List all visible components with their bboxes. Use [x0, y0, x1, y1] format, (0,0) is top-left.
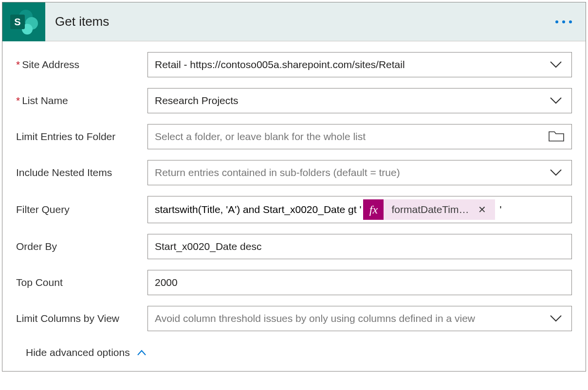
- label-site-address: Site Address: [16, 59, 147, 71]
- filter-query-text-suffix: ': [500, 204, 502, 215]
- list-name-dropdown[interactable]: Research Projects: [147, 88, 572, 113]
- include-nested-dropdown[interactable]: Return entries contained in sub-folders …: [147, 160, 572, 185]
- list-name-value: Research Projects: [155, 95, 543, 106]
- row-top-count: Top Count 2000: [16, 270, 572, 295]
- label-top-count: Top Count: [16, 277, 147, 288]
- chevron-down-icon: [547, 169, 565, 177]
- include-nested-placeholder: Return entries contained in sub-folders …: [155, 167, 543, 178]
- token-remove-button[interactable]: ✕: [476, 204, 488, 215]
- limit-columns-dropdown[interactable]: Avoid column threshold issues by only us…: [147, 306, 572, 331]
- chevron-up-icon: [137, 347, 147, 358]
- card-title: Get items: [55, 14, 109, 29]
- chevron-down-icon: [547, 97, 565, 105]
- more-menu-button[interactable]: [555, 20, 572, 23]
- fx-icon: fx: [363, 199, 384, 220]
- label-include-nested: Include Nested Items: [16, 167, 147, 178]
- action-card: S Get items Site Address Retail - https:…: [2, 2, 586, 372]
- limit-folder-input[interactable]: Select a folder, or leave blank for the …: [147, 124, 572, 149]
- order-by-value: Start_x0020_Date desc: [155, 241, 565, 252]
- label-order-by: Order By: [16, 241, 147, 252]
- top-count-value: 2000: [155, 277, 565, 288]
- chevron-down-icon: [547, 315, 565, 322]
- label-limit-columns: Limit Columns by View: [16, 313, 147, 324]
- sharepoint-icon: S: [2, 2, 45, 41]
- chevron-down-icon: [547, 61, 565, 69]
- row-include-nested: Include Nested Items Return entries cont…: [16, 160, 572, 185]
- label-limit-folder: Limit Entries to Folder: [16, 131, 147, 142]
- label-list-name: List Name: [16, 95, 147, 106]
- advanced-toggle-label: Hide advanced options: [26, 347, 130, 358]
- card-header[interactable]: S Get items: [2, 2, 586, 41]
- row-list-name: List Name Research Projects: [16, 88, 572, 113]
- row-site-address: Site Address Retail - https://contoso005…: [16, 52, 572, 77]
- hide-advanced-options-toggle[interactable]: Hide advanced options: [26, 347, 572, 358]
- order-by-input[interactable]: Start_x0020_Date desc: [147, 234, 572, 259]
- filter-query-input[interactable]: startswith(Title, 'A') and Start_x0020_D…: [147, 196, 572, 223]
- row-order-by: Order By Start_x0020_Date desc: [16, 234, 572, 259]
- row-limit-columns: Limit Columns by View Avoid column thres…: [16, 306, 572, 331]
- row-filter-query: Filter Query startswith(Title, 'A') and …: [16, 196, 572, 223]
- top-count-input[interactable]: 2000: [147, 270, 572, 295]
- expression-token[interactable]: fx formatDateTim… ✕: [363, 199, 495, 220]
- limit-folder-placeholder: Select a folder, or leave blank for the …: [155, 131, 548, 142]
- limit-columns-placeholder: Avoid column threshold issues by only us…: [155, 313, 543, 324]
- site-address-dropdown[interactable]: Retail - https://contoso005a.sharepoint.…: [147, 52, 572, 77]
- svg-text:S: S: [14, 17, 20, 27]
- folder-picker-icon[interactable]: [548, 129, 565, 144]
- filter-query-text-prefix: startswith(Title, 'A') and Start_x0020_D…: [155, 204, 361, 215]
- expression-token-label: formatDateTim…: [391, 204, 469, 215]
- label-filter-query: Filter Query: [16, 204, 147, 215]
- row-limit-folder: Limit Entries to Folder Select a folder,…: [16, 124, 572, 149]
- site-address-value: Retail - https://contoso005a.sharepoint.…: [155, 59, 543, 71]
- card-body: Site Address Retail - https://contoso005…: [2, 41, 586, 371]
